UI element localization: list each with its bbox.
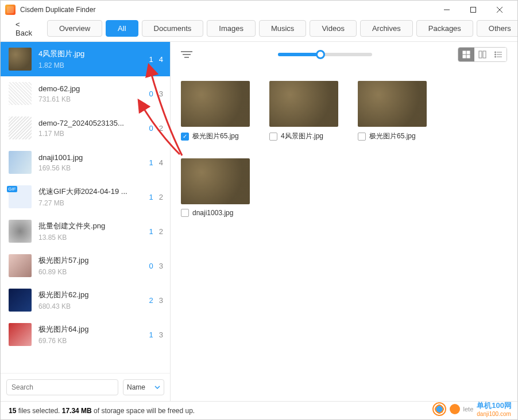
file-name: demo-72_20240523135... [38,119,140,127]
list-item[interactable]: 批量创建文件夹.png13.85 KB12 [1,214,170,248]
list-view-button[interactable] [490,48,507,61]
svg-rect-1 [471,7,476,13]
list-item[interactable]: dnaji1001.jpg169.56 KB14 [1,145,170,180]
back-button[interactable]: < Back [7,17,40,41]
thumbnail [9,220,32,243]
svg-rect-9 [463,55,466,58]
list-item[interactable]: demo-72_20240523135...1.17 MB02 [1,111,170,145]
duplicate-groups-sidebar: 4风景图片.jpg1.82 MB14demo-62.jpg731.61 KB03… [1,42,171,401]
file-name: 4风景图片.jpg [38,49,140,59]
file-name: 批量创建文件夹.png [38,221,140,231]
filter-icon[interactable] [181,50,192,59]
svg-rect-8 [467,51,470,54]
svg-point-18 [495,56,496,57]
select-checkbox[interactable] [269,133,277,141]
thumbnail [9,116,32,139]
svg-rect-11 [479,51,482,58]
chevron-down-icon [154,384,160,390]
tab-images[interactable]: Images [207,20,256,37]
search-row: Name [1,373,170,401]
svg-rect-7 [463,51,466,54]
svg-point-17 [495,54,496,55]
dup-counts: 12 [140,193,163,201]
window-title: Cisdem Duplicate Finder [20,6,95,14]
thumbnail-size-slider[interactable] [278,53,372,56]
thumbnail [9,185,32,208]
grid-item[interactable]: 极光图片65.jpg [358,81,427,141]
tab-archives[interactable]: Archives [360,20,413,37]
content-toolbar [171,42,517,67]
tab-others[interactable]: Others [477,20,518,37]
slider-knob[interactable] [316,50,325,59]
sort-label: Name [127,383,145,391]
select-checkbox[interactable] [358,133,366,141]
dup-counts: 12 [140,227,163,236]
tab-musics[interactable]: Musics [259,20,306,37]
app-icon [5,5,16,15]
grid-file-name: 极光图片65.jpg [192,131,239,141]
selected-count: 15 [9,407,16,415]
close-button[interactable] [486,1,513,19]
file-size: 1.17 MB [38,130,140,138]
tab-packages[interactable]: Packages [416,20,473,37]
columns-view-button[interactable] [474,48,490,61]
watermark: lete 单机100网 danji100.com [432,400,512,417]
grid-item[interactable]: dnaji1003.jpg [181,158,250,217]
file-name: 优速GIF大师2024-04-19 ... [38,186,140,197]
duplicates-grid: 极光图片65.jpg4风景图片.jpg极光图片65.jpgdnaji1003.j… [171,67,517,401]
thumbnail [9,254,32,277]
grid-file-name: 4风景图片.jpg [281,131,323,141]
search-input[interactable] [6,379,118,395]
thumbnail [9,289,32,312]
grid-thumbnail [269,81,338,127]
grid-item[interactable]: 极光图片65.jpg [181,81,250,141]
title-bar: Cisdem Duplicate Finder [1,1,517,19]
thumbnail [9,48,32,71]
tab-videos[interactable]: Videos [310,20,357,37]
thumbnail [9,151,32,174]
slider-fill [278,53,320,56]
grid-thumbnail [181,81,250,127]
grid-view-button[interactable] [458,48,474,61]
dup-counts: 13 [140,330,163,339]
list-item[interactable]: 4风景图片.jpg1.82 MB14 [1,42,170,76]
file-size: 13.85 KB [38,234,140,242]
tab-all[interactable]: All [106,20,138,37]
dup-counts: 03 [140,262,163,270]
list-item[interactable]: 极光图片62.jpg680.43 KB23 [1,283,170,317]
dup-counts: 23 [140,296,163,305]
content-area: 极光图片65.jpg4风景图片.jpg极光图片65.jpgdnaji1003.j… [171,42,517,401]
thumbnail [9,82,32,105]
svg-rect-12 [483,51,486,58]
list-item[interactable]: 优速GIF大师2024-04-19 ...7.27 MB12 [1,180,170,214]
file-size: 731.61 KB [38,95,140,103]
window-controls [434,1,513,19]
list-item[interactable]: 极光图片64.jpg69.76 KB13 [1,317,170,352]
tab-documents[interactable]: Documents [142,20,204,37]
select-checkbox[interactable] [181,209,189,217]
select-checkbox[interactable] [181,133,189,141]
grid-thumbnail [181,158,250,204]
tab-overview[interactable]: Overview [47,20,102,37]
file-name: 极光图片57.jpg [38,255,140,266]
file-name: dnaji1001.jpg [38,153,140,162]
grid-item[interactable]: 4风景图片.jpg [269,81,338,141]
sort-select[interactable]: Name [123,379,164,395]
file-size: 60.89 KB [38,268,140,276]
dup-counts: 14 [140,158,163,167]
svg-point-16 [495,52,496,53]
file-size: 1.82 MB [38,61,140,69]
minimize-button[interactable] [434,1,460,19]
maximize-button[interactable] [460,1,486,19]
file-size: 169.56 KB [38,164,140,172]
status-bar: 15 files selected. 17.34 MB of storage s… [1,401,517,419]
file-name: 极光图片64.jpg [38,324,140,335]
list-item[interactable]: demo-62.jpg731.61 KB03 [1,76,170,111]
freed-size: 17.34 MB [62,407,92,415]
grid-thumbnail [358,81,427,127]
svg-rect-10 [467,55,470,58]
file-name: 极光图片62.jpg [38,290,140,300]
file-size: 680.43 KB [38,302,140,310]
list-item[interactable]: 极光图片57.jpg60.89 KB03 [1,248,170,283]
duplicate-groups-list[interactable]: 4风景图片.jpg1.82 MB14demo-62.jpg731.61 KB03… [1,42,170,373]
